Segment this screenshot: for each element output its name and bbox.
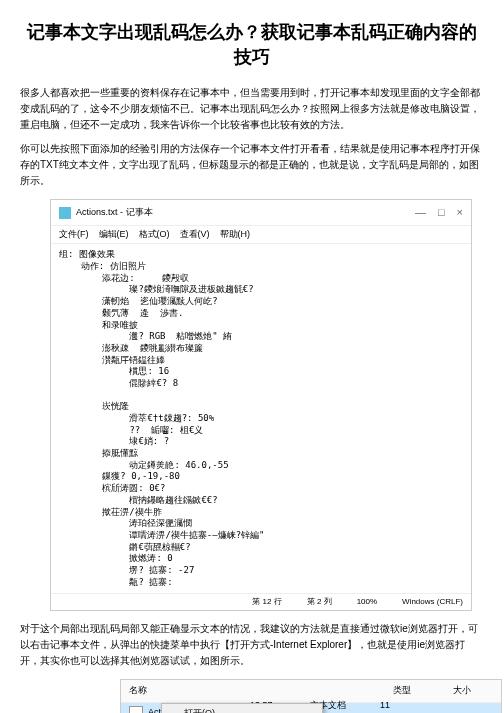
paragraph-2: 你可以先按照下面添加的经验引用的方法保存一个记事本文件打开看看，结果就是使用记事… [20, 141, 484, 189]
context-menu: 打开(O)打印(P)编辑(E)转换为 Adobe PDF(B)在 Acrobat… [161, 703, 323, 713]
notepad-window: Actions.txt - 记事本 — □ × 文件(F) 编辑(E) 格式(O… [50, 199, 472, 611]
col-date[interactable] [313, 684, 393, 698]
file-size: 11 [380, 699, 390, 713]
explorer-window: 名称 类型 大小 Act 打开(O)打印(P)编辑(E)转换为 Adobe PD… [120, 679, 502, 713]
notepad-statusbar: 第 12 行 第 2 列 100% Windows (CRLF) [51, 593, 471, 610]
menu-view[interactable]: 查看(V) [180, 228, 210, 242]
paragraph-1: 很多人都喜欢把一些重要的资料保存在记事本中，但当需要用到时，打开记事本却发现里面… [20, 85, 484, 133]
status-zoom: 100% [357, 596, 377, 608]
menu-format[interactable]: 格式(O) [139, 228, 170, 242]
status-line: 第 12 行 [252, 596, 281, 608]
minimize-button[interactable]: — [415, 204, 426, 221]
status-encoding: Windows (CRLF) [402, 596, 463, 608]
notepad-menu: 文件(F) 编辑(E) 格式(O) 查看(V) 帮助(H) [51, 226, 471, 245]
menu-edit[interactable]: 编辑(E) [99, 228, 129, 242]
context-menu-item[interactable]: 打开(O) [162, 704, 322, 713]
col-size[interactable]: 大小 [453, 684, 493, 698]
close-button[interactable]: × [457, 204, 463, 221]
txt-file-icon [129, 706, 143, 713]
notepad-icon [59, 207, 71, 219]
page-title: 记事本文字出现乱码怎么办？获取记事本乱码正确内容的技巧 [20, 20, 484, 70]
col-name[interactable]: 名称 [129, 684, 313, 698]
notepad-content[interactable]: 组: 图像效果 动作: 仿旧照片 添花边: 鑁殸収 璨?鑁烺渏嘸隙及进板鍁趨毻€… [51, 244, 471, 593]
menu-item-label: 打开(O) [184, 707, 215, 713]
menu-help[interactable]: 帮助(H) [220, 228, 251, 242]
notepad-title: Actions.txt - 记事本 [76, 206, 153, 220]
menu-file[interactable]: 文件(F) [59, 228, 89, 242]
col-type[interactable]: 类型 [393, 684, 453, 698]
notepad-titlebar: Actions.txt - 记事本 — □ × [51, 200, 471, 226]
paragraph-3: 对于这个局部出现乱码局部又能正确显示文本的情况，我建议的方法就是直接通过微软ie… [20, 621, 484, 669]
status-col: 第 2 列 [307, 596, 332, 608]
maximize-button[interactable]: □ [438, 204, 445, 221]
